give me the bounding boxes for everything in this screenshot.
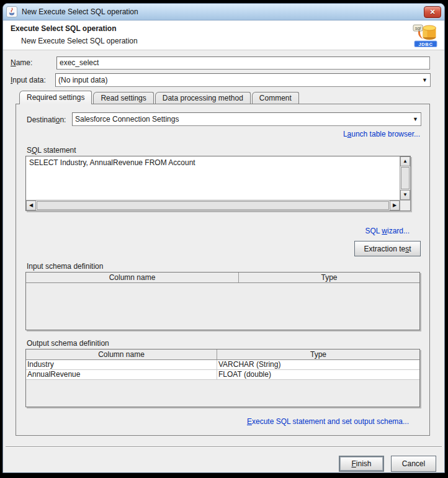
java-app-icon <box>6 6 17 17</box>
tab-required-settings[interactable]: Required settings <box>19 91 92 104</box>
scrollbar-corner <box>400 200 410 210</box>
close-icon: ✕ <box>429 8 435 16</box>
sql-statement-textarea[interactable]: SELECT Industry, AnnualRevenue FROM Acco… <box>26 156 400 200</box>
scroll-left-icon[interactable]: ◀ <box>26 201 36 210</box>
column-header[interactable]: Column name <box>26 273 239 282</box>
chevron-down-icon: ▼ <box>422 78 428 83</box>
title-bar[interactable]: New Execute Select SQL operation ✕ <box>3 4 444 20</box>
dialog-window: New Execute Select SQL operation ✕ Execu… <box>2 3 445 473</box>
header-band: Execute Select SQL operation New Execute… <box>3 20 444 50</box>
settings-tabstrip: Required settings Read settings Data pro… <box>19 91 300 104</box>
name-input-value: exec_select <box>60 58 99 67</box>
name-label: Name: <box>11 58 32 67</box>
input-schema-header: Column name Type <box>26 273 419 283</box>
sql-vertical-scrollbar[interactable]: ▲ ▼ <box>400 156 410 200</box>
jdbc-badge-text: JDBC <box>419 42 433 47</box>
cell-column-name: AnnualRevenue <box>26 370 217 379</box>
tab-comment[interactable]: Comment <box>252 92 299 104</box>
page-title: Execute Select SQL operation <box>11 24 117 33</box>
sql-badge-text: sql <box>415 25 421 31</box>
sql-statement-box: SELECT Industry, AnnualRevenue FROM Acco… <box>25 156 411 211</box>
cell-type: VARCHAR (String) <box>217 360 419 369</box>
sql-wizard-link[interactable]: SQL wizard... <box>365 227 410 235</box>
input-data-value: (No input data) <box>58 76 107 84</box>
input-data-select[interactable]: (No input data) ▼ <box>55 73 431 87</box>
output-schema-label: Output schema definition <box>27 339 109 348</box>
cancel-button[interactable]: Cancel <box>391 456 436 472</box>
execute-sql-set-schema-link[interactable]: Execute SQL statement and set output sch… <box>247 417 409 426</box>
destination-value: Salesforce Connection Settings <box>75 115 179 124</box>
vertical-scroll-thumb[interactable] <box>401 167 410 189</box>
table-row[interactable]: Industry VARCHAR (String) <box>26 360 419 370</box>
close-button[interactable]: ✕ <box>424 6 441 18</box>
launch-table-browser-link[interactable]: Launch table browser... <box>343 130 420 138</box>
cell-type: FLOAT (double) <box>217 370 419 379</box>
chevron-down-icon: ▼ <box>413 117 418 122</box>
column-header[interactable]: Type <box>217 349 419 359</box>
window-title: New Execute Select SQL operation <box>22 7 424 16</box>
cell-column-name: Industry <box>26 360 217 369</box>
tab-data-processing-method[interactable]: Data processing method <box>155 92 251 104</box>
horizontal-scroll-thumb[interactable] <box>37 201 389 210</box>
page-subtitle: New Execute Select SQL operation <box>21 37 138 45</box>
input-schema-label: Input schema definition <box>27 262 103 271</box>
scroll-down-icon[interactable]: ▼ <box>400 190 410 200</box>
scroll-right-icon[interactable]: ▶ <box>390 201 400 210</box>
name-input[interactable]: exec_select <box>56 56 430 70</box>
java-cup-glyph <box>7 7 16 16</box>
table-row[interactable]: AnnualRevenue FLOAT (double) <box>26 370 419 380</box>
extraction-test-button[interactable]: Extraction test <box>354 241 421 256</box>
sql-horizontal-scrollbar[interactable]: ◀ ▶ <box>26 200 400 210</box>
scroll-up-icon[interactable]: ▲ <box>400 156 410 166</box>
destination-select[interactable]: Salesforce Connection Settings ▼ <box>72 112 421 126</box>
output-schema-header: Column name Type <box>26 349 419 360</box>
column-header[interactable]: Type <box>239 273 419 282</box>
sql-statement-text: SELECT Industry, AnnualRevenue FROM Acco… <box>29 158 195 167</box>
footer-divider <box>6 446 442 448</box>
sql-jdbc-icon: sql JDBC <box>413 22 439 48</box>
output-schema-table[interactable]: Column name Type Industry VARCHAR (Strin… <box>25 349 420 407</box>
tab-read-settings[interactable]: Read settings <box>93 92 153 104</box>
finish-button[interactable]: Finish <box>339 456 384 472</box>
sql-statement-label: SQL statement <box>27 146 76 155</box>
column-header[interactable]: Column name <box>26 349 217 359</box>
destination-label: Destination: <box>27 115 66 124</box>
input-data-label: Input data: <box>11 76 46 84</box>
input-schema-table[interactable]: Column name Type <box>25 272 420 330</box>
